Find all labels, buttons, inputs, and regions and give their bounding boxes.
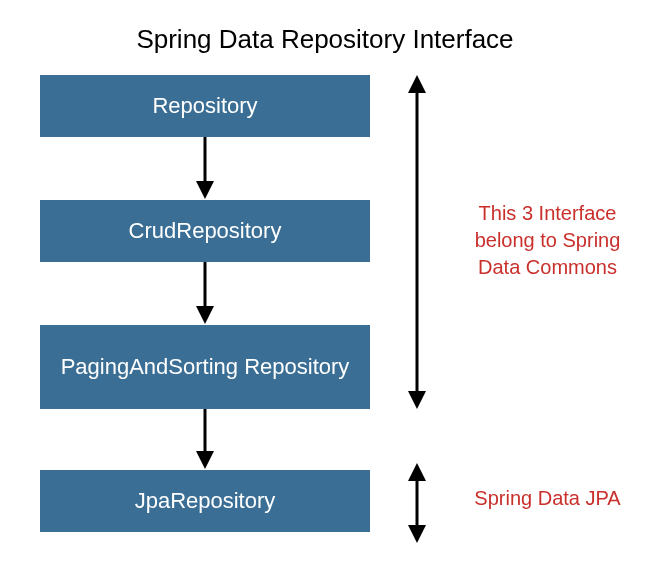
annotation-spring-data-jpa: Spring Data JPA: [465, 485, 630, 512]
node-jpa-repository: JpaRepository: [40, 470, 370, 532]
double-arrow-vertical-icon: [405, 75, 429, 413]
annotation-spring-data-commons: This 3 Interface belong to Spring Data C…: [465, 200, 630, 281]
diagram-title: Spring Data Repository Interface: [0, 0, 650, 65]
node-label: JpaRepository: [135, 487, 276, 515]
svg-marker-8: [408, 391, 426, 409]
node-crud-repository: CrudRepository: [40, 200, 370, 262]
node-label: PagingAndSorting Repository: [61, 353, 350, 381]
node-repository: Repository: [40, 75, 370, 137]
node-label: Repository: [152, 92, 257, 120]
arrow-down-icon: [194, 137, 216, 204]
svg-marker-11: [408, 525, 426, 543]
svg-marker-3: [196, 306, 214, 324]
arrow-down-icon: [194, 409, 216, 474]
svg-marker-5: [196, 451, 214, 469]
svg-marker-9: [408, 463, 426, 481]
node-label: CrudRepository: [129, 217, 282, 245]
node-paging-sorting-repository: PagingAndSorting Repository: [40, 325, 370, 409]
diagram-area: Repository CrudRepository PagingAndSorti…: [0, 65, 650, 571]
arrow-down-icon: [194, 262, 216, 329]
double-arrow-vertical-icon: [405, 463, 429, 547]
svg-marker-1: [196, 181, 214, 199]
svg-marker-6: [408, 75, 426, 93]
